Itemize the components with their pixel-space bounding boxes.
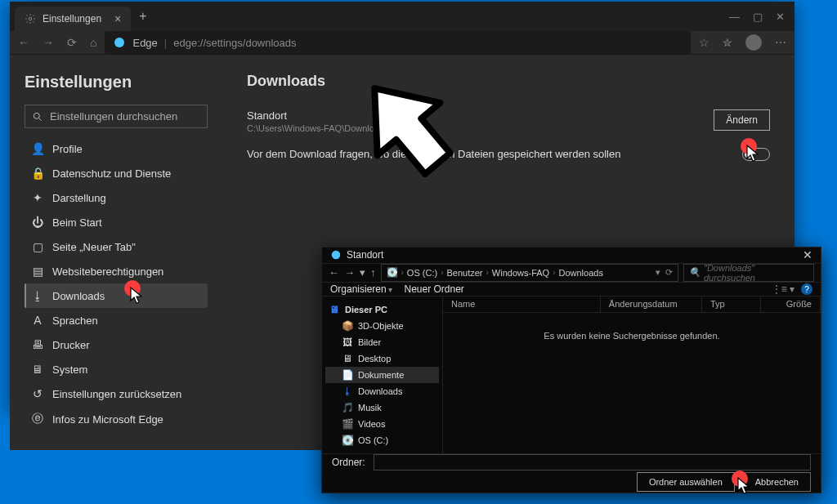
dialog-forward-icon[interactable]: →	[344, 266, 355, 279]
close-window-button[interactable]: ✕	[776, 11, 785, 23]
dialog-up-icon[interactable]: ↑	[370, 266, 376, 279]
nav-reload-icon[interactable]: ⟳	[67, 36, 77, 49]
tree-item-documents[interactable]: 📄Dokumente	[325, 367, 439, 383]
dialog-toolbar: Organisieren Neuer Ordner ⋮≡ ▾ ?	[322, 283, 821, 297]
power-icon: ⏻	[31, 216, 44, 229]
nav-home-icon[interactable]: ⌂	[90, 36, 96, 49]
organize-menu[interactable]: Organisieren	[330, 283, 392, 295]
location-row: Standort C:\Users\Windows-FAQ\Downloads …	[247, 109, 770, 133]
edge-logo-icon	[113, 36, 126, 49]
tab-icon: ▢	[31, 240, 44, 253]
sidebar-item-printers[interactable]: 🖶Drucker	[25, 332, 208, 357]
folder-name-row: Ordner:	[322, 453, 821, 471]
tree-item-pictures[interactable]: 🖼Bilder	[325, 334, 439, 350]
folder-dialog: Standort ✕ ← → ▾ ↑ 💽 › OS (C:)› Benutzer…	[321, 247, 821, 493]
nav-toolbar: ← → ⟳ ⌂ Edge | edge://settings/downloads…	[10, 31, 794, 55]
edge-icon: ⓔ	[31, 412, 44, 426]
address-bar[interactable]: Edge | edge://settings/downloads	[105, 31, 691, 54]
help-icon[interactable]: ?	[801, 283, 812, 295]
addr-prefix: Edge	[132, 37, 157, 49]
nav-back-icon[interactable]: ←	[18, 36, 29, 49]
svg-point-4	[332, 251, 341, 260]
dialog-search[interactable]: 🔍"Downloads" durchsuchen	[683, 264, 814, 282]
dialog-title: Standort	[347, 249, 383, 261]
tree-item-osc[interactable]: 💽OS (C:)	[325, 432, 439, 448]
sidebar-item-newtab[interactable]: ▢Seite „Neuer Tab"	[25, 234, 208, 259]
content-heading: Downloads	[247, 73, 770, 90]
settings-search[interactable]: Einstellungen durchsuchen	[25, 105, 208, 128]
svg-line-3	[39, 118, 42, 120]
minimize-button[interactable]: —	[729, 11, 740, 23]
sidebar-item-about[interactable]: ⓔInfos zu Microsoft Edge	[25, 406, 208, 432]
folder-tree: 🖥Dieser PC 📦3D-Objekte 🖼Bilder 🖥Desktop …	[322, 297, 443, 453]
svg-point-0	[29, 17, 32, 20]
profile-avatar[interactable]	[745, 34, 762, 51]
ask-before-row: Vor dem Download fragen, wo die einzelne…	[247, 148, 770, 161]
gear-icon	[25, 13, 36, 25]
window-controls: — ▢ ✕	[729, 11, 794, 23]
reset-icon: ↺	[31, 387, 44, 400]
tab-settings[interactable]: Einstellungen ×	[15, 7, 131, 31]
sidebar-item-reset[interactable]: ↺Einstellungen zurücksetzen	[25, 381, 208, 406]
cursor-icon	[129, 286, 145, 306]
tree-item-downloads[interactable]: ⭳Downloads	[325, 383, 439, 399]
select-folder-button[interactable]: Ordner auswählen	[637, 472, 735, 492]
more-menu-icon[interactable]: ⋯	[775, 36, 786, 49]
new-folder-button[interactable]: Neuer Ordner	[404, 283, 463, 295]
language-icon: А	[31, 314, 44, 327]
nav-forward-icon[interactable]: →	[43, 36, 54, 49]
svg-point-2	[34, 113, 39, 118]
folder-name-input[interactable]	[374, 454, 811, 471]
dialog-close-button[interactable]: ✕	[803, 248, 812, 261]
sidebar-item-downloads[interactable]: ⭳Downloads	[25, 283, 208, 308]
cursor-icon	[745, 144, 762, 163]
appearance-icon: ✦	[31, 191, 44, 204]
empty-message: Es wurden keine Suchergebnisse gefunden.	[443, 313, 821, 453]
favorite-icon[interactable]: ☆	[699, 36, 709, 49]
cancel-button[interactable]: Abbrechen	[743, 472, 811, 492]
search-icon	[32, 111, 43, 123]
printer-icon: 🖶	[31, 338, 44, 351]
sidebar-item-permissions[interactable]: ▤Websiteberechtigungen	[25, 259, 208, 283]
settings-sidebar: Einstellungen Einstellungen durchsuchen …	[10, 55, 222, 450]
maximize-button[interactable]: ▢	[753, 11, 763, 23]
sidebar-item-profile[interactable]: 👤Profile	[25, 136, 208, 161]
annotation-arrow	[343, 64, 474, 194]
cursor-icon	[736, 476, 753, 496]
change-location-button[interactable]: Ändern	[714, 109, 770, 131]
svg-point-1	[114, 38, 124, 47]
search-placeholder: Einstellungen durchsuchen	[50, 110, 177, 123]
tree-item-desktop[interactable]: 🖥Desktop	[325, 350, 439, 367]
addr-url: edge://settings/downloads	[173, 37, 296, 49]
favorites-bar-icon[interactable]: ✮	[723, 36, 732, 49]
lock-icon: 🔒	[31, 167, 44, 180]
download-icon: ⭳	[31, 289, 44, 302]
breadcrumb[interactable]: 💽 › OS (C:)› Benutzer› Windows-FAQ› Down…	[381, 264, 679, 282]
new-tab-button[interactable]: +	[131, 9, 154, 24]
sidebar-item-languages[interactable]: АSprachen	[25, 308, 208, 332]
view-mode-icon[interactable]: ⋮≡ ▾	[772, 283, 794, 295]
file-list: Name Änderungsdatum Typ Größe Es wurden …	[443, 297, 821, 453]
sidebar-item-privacy[interactable]: 🔒Datenschutz und Dienste	[25, 161, 208, 185]
dialog-nav: ← → ▾ ↑ 💽 › OS (C:)› Benutzer› Windows-F…	[322, 263, 821, 283]
tree-item-videos[interactable]: 🎬Videos	[325, 416, 439, 432]
system-icon: 🖥	[31, 363, 44, 376]
sidebar-list: 👤Profile 🔒Datenschutz und Dienste ✦Darst…	[25, 136, 208, 432]
tree-root[interactable]: 🖥Dieser PC	[325, 301, 439, 318]
sidebar-item-appearance[interactable]: ✦Darstellung	[25, 185, 208, 210]
sidebar-item-onstart[interactable]: ⏻Beim Start	[25, 210, 208, 234]
edge-small-icon	[330, 249, 342, 261]
tree-item-3dobjects[interactable]: 📦3D-Objekte	[325, 318, 439, 334]
folder-label: Ordner:	[332, 457, 365, 468]
tab-close-icon[interactable]: ×	[114, 12, 121, 25]
sidebar-item-system[interactable]: 🖥System	[25, 357, 208, 381]
profile-icon: 👤	[31, 142, 44, 155]
dialog-back-icon[interactable]: ←	[329, 266, 339, 279]
dialog-dropdown-icon[interactable]: ▾	[360, 266, 365, 279]
tab-bar: Einstellungen × + — ▢ ✕	[10, 2, 794, 31]
sidebar-heading: Einstellungen	[25, 73, 208, 91]
column-headers[interactable]: Name Änderungsdatum Typ Größe	[443, 297, 821, 313]
tree-item-music[interactable]: 🎵Musik	[325, 399, 439, 416]
addr-separator: |	[164, 37, 167, 49]
tab-title: Einstellungen	[43, 13, 101, 25]
